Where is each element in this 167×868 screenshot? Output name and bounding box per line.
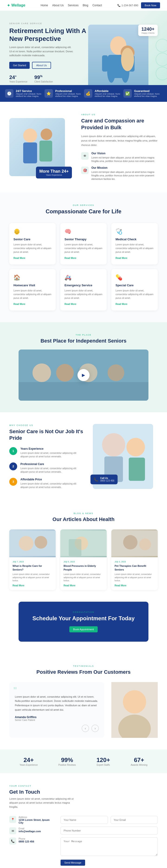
consultation-section: Consultation Schedule Your Appointment F… xyxy=(18,602,149,642)
special-care-read-more[interactable]: Read More xyxy=(116,303,154,305)
about-content: About Us Care and Compassion are Provide… xyxy=(81,114,158,181)
why-title: Senior Care is Not Our Job It's Pride xyxy=(9,428,83,441)
email-input[interactable] xyxy=(111,816,158,824)
svg-point-22 xyxy=(102,433,125,457)
next-testimonial-button[interactable]: › xyxy=(91,724,99,732)
blog-2-read-more[interactable]: Read More xyxy=(64,584,103,587)
medical-check-read-more[interactable]: Read More xyxy=(116,257,154,259)
svg-point-36 xyxy=(123,690,146,713)
nav-home[interactable]: Home xyxy=(41,4,48,7)
blog-image-1 xyxy=(9,529,56,557)
navbar: ✦ Wellage Home About Us Services Blog Co… xyxy=(0,0,167,11)
why-image-wrap: 📞 Call Us 0800 123 456 xyxy=(93,424,158,489)
testimonial-content: " Lorem ipsum dolor sit amet, consectetu… xyxy=(9,682,105,738)
book-appointment-button[interactable]: Book Appointment xyxy=(69,626,97,632)
blog-image-2 xyxy=(60,529,107,557)
name-input[interactable] xyxy=(60,816,108,824)
send-message-button[interactable]: Send Message xyxy=(60,860,85,866)
services-section: Our Services Compassionate Care for Life… xyxy=(0,192,167,322)
blog-card-2: July 5, 2023 Blood Pressures in Elderly … xyxy=(60,529,107,590)
blog-1-read-more[interactable]: Read More xyxy=(12,584,52,587)
consultation-title: Schedule Your Appointment For Today xyxy=(28,615,139,622)
stat-staffs: 120+ Expert Staffs xyxy=(96,756,110,766)
service-senior-therapy: 🧠 Senior Therapy Lorem ipsum dolor sit a… xyxy=(60,223,107,265)
stat-awards: 67+ Awards Winning xyxy=(131,756,147,766)
nav-contact[interactable]: Contact xyxy=(92,4,102,7)
contact-address: 📍 Address 1234 Lorem Street, Ipsum City xyxy=(9,816,55,824)
svg-point-34 xyxy=(139,538,151,550)
homecare-icon: 🏠 xyxy=(13,274,51,281)
testimonials-section: Testimonials Positive Reviews From Our C… xyxy=(0,653,167,749)
service-emergency: 🚑 Emergency Service Lorem ipsum dolor si… xyxy=(60,269,107,310)
hero-description: Lorem ipsum dolor sit amet, consectetur … xyxy=(9,45,74,58)
emergency-read-more[interactable]: Read More xyxy=(65,303,102,305)
about-us-button[interactable]: About Us xyxy=(32,62,51,69)
why-item-2: 2 Professional Care Lorem ipsum dolor si… xyxy=(9,462,83,474)
contact-phone: 📞 Phone 0800 123 456 xyxy=(9,838,55,844)
logo: ✦ Wellage xyxy=(7,3,25,8)
contact-section: Your Contact Get In Touch Lorem ipsum do… xyxy=(0,773,167,868)
service-medical-check: 🩺 Medical Check Lorem ipsum dolor sit am… xyxy=(111,223,158,265)
about-section: More Than 24+ Years Experience About Us … xyxy=(0,102,167,192)
blog-image-3 xyxy=(111,529,158,557)
testimonial-photo xyxy=(111,682,158,738)
svg-point-8 xyxy=(156,39,167,52)
blog-title: Our Articles About Health xyxy=(9,516,158,522)
svg-point-27 xyxy=(19,536,34,551)
contact-header: Your Contact Get In Touch Lorem ipsum do… xyxy=(9,785,158,809)
hero-section: Senior Care Service Retirement Living Wi… xyxy=(0,11,167,85)
svg-point-28 xyxy=(35,536,47,549)
nav-phone: 📞 1-234-567-890 xyxy=(117,4,138,7)
medical-check-icon: 🩺 xyxy=(116,228,154,235)
why-items: 1 Years Experience Lorem ipsum dolor sit… xyxy=(9,447,83,489)
svg-rect-25 xyxy=(129,458,145,481)
nav-blog[interactable]: Blog xyxy=(83,4,88,7)
services-grid: 👴 Senior Care Lorem ipsum dolor sit amet… xyxy=(9,223,158,310)
svg-rect-16 xyxy=(18,382,149,401)
about-title: Care and Compassion are Provided in Bulk xyxy=(81,118,158,131)
stats-bar: 24+ Years Experience 99% Positive Review… xyxy=(0,749,167,773)
service-homecare-visit: 🏠 Homecare Visit Lorem ipsum dolor sit a… xyxy=(9,269,56,310)
svg-point-13 xyxy=(41,128,52,140)
why-num-1: 1 xyxy=(9,447,17,455)
call-us-badge: 📞 Call Us 0800 123 456 xyxy=(90,474,118,484)
call-icon: 📞 xyxy=(94,477,98,482)
phone-icon: 📞 xyxy=(9,838,16,844)
logo-text: Wellage xyxy=(11,3,25,7)
book-now-button[interactable]: Book Now xyxy=(141,2,160,8)
testimonial-image xyxy=(111,682,158,738)
blog-3-read-more[interactable]: Read More xyxy=(115,584,155,587)
contact-grid: 📍 Address 1234 Lorem Street, Ipsum City … xyxy=(9,816,158,866)
homecare-read-more[interactable]: Read More xyxy=(13,303,51,305)
contact-form: Send Message xyxy=(60,816,158,866)
mission-icon: 🎯 xyxy=(81,167,89,174)
play-button[interactable]: ▶ xyxy=(78,369,89,381)
get-started-button[interactable]: Get Started xyxy=(9,62,30,69)
nav-about[interactable]: About Us xyxy=(52,4,64,7)
about-persons-illustration xyxy=(14,122,60,173)
hero-text: Senior Care Service Retirement Living Wi… xyxy=(9,20,88,85)
feature-affordable-icon: 💰 xyxy=(84,89,92,98)
senior-therapy-read-more[interactable]: Read More xyxy=(65,257,102,259)
service-senior-care: 👴 Senior Care Lorem ipsum dolor sit amet… xyxy=(9,223,56,265)
prev-testimonial-button[interactable]: ‹ xyxy=(82,724,89,732)
video-wrap: ▶ xyxy=(18,349,149,401)
svg-point-20 xyxy=(108,364,124,381)
why-num-2: 2 xyxy=(9,462,17,470)
emergency-icon: 🚑 xyxy=(65,274,102,281)
quote-icon: " xyxy=(13,685,17,696)
feature-247-icon: 🕐 xyxy=(5,89,13,98)
testimonial-wrap: " Lorem ipsum dolor sit amet, consectetu… xyxy=(9,682,158,738)
video-title: Best Place for Independent Seniors xyxy=(9,338,158,344)
consultation-wrapper: Consultation Schedule Your Appointment F… xyxy=(0,602,167,653)
testimonial-nav: ‹ › xyxy=(15,724,99,732)
video-thumbnail: ▶ xyxy=(18,349,149,401)
nav-services[interactable]: Services xyxy=(68,4,78,7)
phone-input[interactable] xyxy=(60,827,158,835)
message-input[interactable] xyxy=(60,837,158,856)
svg-point-7 xyxy=(121,48,134,71)
senior-care-read-more[interactable]: Read More xyxy=(13,257,51,259)
decorative-circles xyxy=(153,38,167,81)
svg-rect-14 xyxy=(39,141,52,161)
svg-rect-12 xyxy=(23,143,37,163)
